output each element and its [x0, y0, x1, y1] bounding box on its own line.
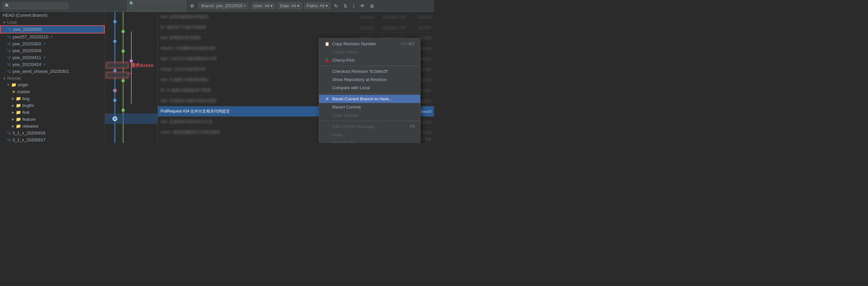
bug-label: bug — [22, 96, 30, 101]
feat-label: feat — [22, 110, 30, 115]
reset-branch-label: Reset Current Branch to Here... — [332, 97, 415, 101]
sidebar-item-head[interactable]: HEAD (Current Branch) — [0, 12, 105, 19]
sidebar-item-ysw20220302[interactable]: ⌥ ysw_20220302 ↗ — [0, 40, 105, 47]
commit-text-2: fix: 修复若干问题代码更新 — [160, 25, 345, 30]
annotation-box-2 — [106, 72, 129, 78]
branch-icon-ysw20220411: ⌥ — [6, 56, 11, 60]
bugfix-chevron: ▶ — [12, 104, 14, 107]
svg-point-11 — [113, 99, 117, 102]
user-filter[interactable]: User: All ▾ — [251, 2, 275, 9]
branch-selector[interactable]: Branch: ysw_20220520 ▾ — [198, 3, 248, 9]
feature-folder-icon: 📁 — [16, 117, 21, 122]
branch-icon-ysw20220309: ⌥ — [6, 48, 11, 53]
commit-text-10: PullRequest #34 合并分支相关代码提交 — [160, 109, 345, 114]
user-label: User: All ▾ — [253, 3, 273, 8]
svg-point-10 — [113, 89, 117, 92]
commit-hash-2: b2c3d4e — [408, 26, 431, 30]
menu-item-compare-local[interactable]: Compare with Local — [319, 84, 420, 92]
separator-1 — [319, 66, 420, 66]
menu-item-fixup: Fixup... — [319, 131, 420, 139]
sidebar-item-3-1-x-20200917[interactable]: ⌥ 3_1_x_20200917 — [0, 137, 105, 143]
sidebar-item-ysw20220309[interactable]: ⌥ ysw_20220309 — [0, 47, 105, 54]
arrows-icon[interactable]: ⇅ — [342, 3, 349, 9]
annotation-arrow: ← — [127, 69, 134, 77]
settings-icon[interactable]: ⚙ — [189, 3, 196, 9]
branch-label-ysw20220411: ysw_20220411 — [12, 55, 41, 60]
sidebar-item-master[interactable]: ★ master — [0, 88, 105, 95]
search-left-icon: 🔍 — [5, 4, 10, 8]
bug-chevron: ▶ — [12, 97, 14, 100]
branch-label-ysw20220520: ysw_20220520 — [13, 27, 42, 32]
menu-item-show-repo[interactable]: Show Repository at Revision — [319, 75, 420, 84]
sidebar-item-ysw20220424[interactable]: ⌥ ysw_20220424 ↗ — [0, 61, 105, 68]
sidebar-item-releases[interactable]: ▶ 📁 releases — [0, 123, 105, 130]
menu-item-squash-into: Squash Into... — [319, 139, 420, 143]
origin-chevron: ▼ — [6, 83, 10, 86]
checkout-revision-label: Checkout Revision '0c3dec0f' — [332, 69, 415, 74]
svg-point-12 — [121, 109, 125, 112]
remote-label: Remote — [7, 76, 21, 81]
sidebar-section-local: ▼ Local — [0, 19, 105, 25]
reset-branch-icon: ↺ — [324, 97, 330, 101]
branch-icon-ysw20220520: ⌥ — [7, 27, 12, 32]
sidebar-item-ysw257[interactable]: ⌥ ysw257_20220210 ↗ — [0, 33, 105, 40]
feat-folder-icon: 📁 — [16, 110, 21, 115]
menu-item-checkout-revision[interactable]: Checkout Revision '0c3dec0f' — [319, 67, 420, 75]
commit-text-12: chore: 更新依赖配置文件项目整理 — [160, 130, 345, 135]
arrow-icon-ysw257: ↗ — [50, 35, 53, 39]
releases-label: releases — [22, 123, 38, 129]
commit-text-5: feat: 上传文件功能调整相关代码 — [160, 56, 345, 62]
search-left-input[interactable] — [11, 4, 66, 8]
date-filter[interactable]: Date: All ▾ — [278, 2, 302, 9]
branch-label-ysw20220302: ysw_20220302 — [12, 41, 41, 46]
sidebar-item-bugfix[interactable]: ▶ 📁 bugfix — [0, 102, 105, 109]
sidebar-item-3-1-x-20200916[interactable]: ⌥ 3_1_x_20200916 — [0, 130, 105, 137]
cherry-pick-icon: 🍒 — [324, 58, 330, 63]
commit-author-2: ysw.java — [347, 26, 374, 30]
copy-revision-label: Copy Revision Number — [332, 41, 398, 46]
menu-item-revert-commit[interactable]: Revert Commit — [319, 103, 420, 111]
fixup-label: Fixup... — [332, 132, 415, 137]
branch-icon-ysw20220302: ⌥ — [6, 42, 11, 46]
branch-label-ysw20220424: ysw_20220424 — [12, 62, 41, 67]
svg-point-3 — [113, 20, 117, 23]
feature-label: feature — [22, 117, 35, 122]
menu-item-copy-revision[interactable]: 📋 Copy Revision Number ⌥⇧⌘C — [319, 40, 420, 48]
search-right-input[interactable] — [137, 4, 184, 8]
branch-icon-ysw-send-choose: ⌥ — [6, 69, 11, 74]
search-right[interactable]: 🔍+ — [127, 0, 186, 11]
layout-icon[interactable]: ⊞ — [369, 3, 375, 9]
sidebar-item-ysw20220520[interactable]: ⌥ ysw_20220520 — [0, 25, 105, 33]
sidebar-item-feature[interactable]: ▶ 📁 feature — [0, 116, 105, 123]
squash-into-label: Squash Into... — [332, 140, 415, 143]
branch-icon-3-1-x-20200917: ⌥ — [6, 138, 11, 142]
sidebar-item-origin[interactable]: ▼ 📁 origin — [0, 81, 105, 88]
sidebar-item-feat[interactable]: ▶ 📁 feat — [0, 109, 105, 116]
search-left[interactable]: 🔍 — [3, 3, 68, 9]
commit-list: feat: 实现功能模块代码提交 ysw.java Yesterday 5:05… — [158, 12, 434, 143]
sidebar-item-bug[interactable]: ▶ 📁 bug — [0, 95, 105, 102]
sort-icon[interactable]: ↕ — [351, 3, 356, 9]
refresh-icon[interactable]: ↻ — [333, 3, 339, 9]
edit-commit-msg-label: Edit Commit Message... — [332, 124, 408, 129]
commit-row-1[interactable]: feat: 实现功能模块代码提交 ysw.java Yesterday 5:05… — [158, 12, 434, 22]
bugfix-label: bugfix — [22, 103, 34, 108]
sidebar-item-ysw-send-choose[interactable]: ⌥ ysw_send_choose_20220301 — [0, 68, 105, 75]
eye-icon[interactable]: 👁 — [359, 3, 366, 9]
arrow-icon-ysw20220302: ↗ — [43, 42, 45, 45]
graph-area: 需求Axxxx ← — [105, 12, 158, 143]
sidebar-item-ysw20220411[interactable]: ⌥ ysw_20220411 ↗ — [0, 54, 105, 61]
menu-item-reset-branch[interactable]: ↺ Reset Current Branch to Here... — [319, 95, 420, 103]
commit-text-7: feat: 完成接口对接测试通过 — [160, 77, 345, 83]
commit-row-2[interactable]: fix: 修复若干问题代码更新 ysw.java Yesterday 4:55 … — [158, 22, 434, 33]
releases-folder-icon: 📁 — [16, 123, 21, 129]
commit-text-11: feat: 完成需求代码合并主分支 — [160, 119, 345, 124]
context-menu: 📋 Copy Revision Number ⌥⇧⌘C Create Patch… — [319, 38, 421, 143]
annotation-box-1 — [106, 62, 129, 69]
arrow-icon-ysw20220411: ↗ — [43, 56, 45, 59]
cherry-pick-label: Cherry-Pick — [332, 58, 415, 63]
commit-hash-1: a1b2c3d — [408, 15, 431, 19]
paths-filter[interactable]: Paths: All ▾ — [304, 2, 330, 9]
menu-item-cherry-pick[interactable]: 🍒 Cherry-Pick — [319, 56, 420, 64]
branch-icon-ysw20220424: ⌥ — [6, 62, 11, 67]
